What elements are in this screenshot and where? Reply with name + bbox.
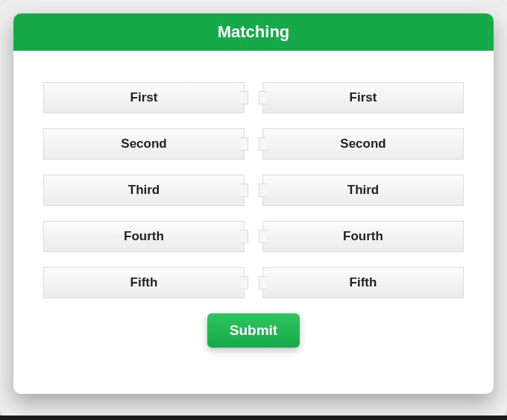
match-row: Fifth Fifth xyxy=(43,267,464,298)
matching-card: Matching First First Second Second Third… xyxy=(13,13,494,394)
match-left-item[interactable]: Fourth xyxy=(43,221,245,252)
match-left-item[interactable]: Fifth xyxy=(43,267,245,298)
match-left-item[interactable]: Third xyxy=(43,175,245,206)
match-right-item[interactable]: First xyxy=(262,82,464,113)
bottom-strip xyxy=(0,416,507,420)
submit-button[interactable]: Submit xyxy=(207,313,300,348)
match-row: Second Second xyxy=(43,128,464,160)
submit-wrap: Submit xyxy=(43,313,464,348)
match-right-item[interactable]: Third xyxy=(262,175,464,206)
match-row: First First xyxy=(43,82,464,113)
match-left-item[interactable]: Second xyxy=(43,128,245,160)
card-title: Matching xyxy=(13,13,494,51)
match-right-item[interactable]: Fifth xyxy=(262,267,464,298)
match-right-item[interactable]: Second xyxy=(262,128,464,160)
match-left-item[interactable]: First xyxy=(43,82,245,113)
match-area: First First Second Second Third Third Fo… xyxy=(13,51,494,348)
match-row: Third Third xyxy=(43,175,464,206)
match-right-item[interactable]: Fourth xyxy=(262,221,464,252)
match-row: Fourth Fourth xyxy=(43,221,464,252)
